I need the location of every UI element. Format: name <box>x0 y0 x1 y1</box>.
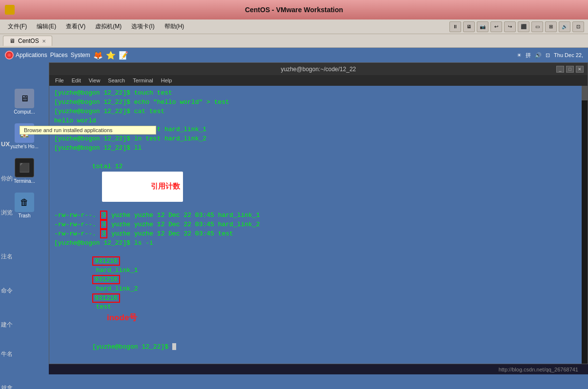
terminal-title: yuzhe@bogon:~/code/12_22 <box>281 66 356 73</box>
term-line-3: [yuzhe@bogon 12_22]$ cat test <box>54 107 583 117</box>
credit-text: http://blog.csdn.net/qq_26768741 <box>499 367 578 372</box>
app-tooltip: Browse and run installed applications <box>20 126 156 135</box>
terminal-menu-bar: File Edit View Search Terminal Help <box>49 75 588 86</box>
terminal-vm-window: yuzhe@bogon:~/code/12_22 _ □ ✕ File Edit… <box>49 62 588 364</box>
inode-annotation: inode号 <box>107 313 137 322</box>
menu-tab[interactable]: 选项卡(I) <box>127 21 158 32</box>
terminal-maximize[interactable]: □ <box>566 66 574 73</box>
term-menu-file[interactable]: File <box>52 77 67 84</box>
term-line-hard1: -rw-rw-r--. 3 yuzhe yuzhe 12 Dec 22 03:4… <box>54 211 583 220</box>
title-text: CentOS - VMware Workstation <box>245 6 343 14</box>
term-line-1: [yuzhe@bogon 12_22]$ touch test <box>54 89 583 98</box>
tab-close-btn[interactable]: ✕ <box>42 39 46 44</box>
total-text: total 12 <box>92 163 122 170</box>
text-editor-icon[interactable]: 📝 <box>119 51 128 60</box>
scrollbar-thumb[interactable] <box>582 86 588 100</box>
term-menu-terminal[interactable]: Terminal <box>130 77 156 84</box>
inode-3-box: 931216 <box>92 293 120 303</box>
menu-edit[interactable]: 编辑(E) <box>33 21 60 32</box>
trash-icon: 🗑 <box>15 193 34 212</box>
inode-label-3: test <box>92 303 119 311</box>
term-line-6: [yuzhe@bogon 12_22]$ ln test hard_link_2 <box>54 135 583 144</box>
refcount-2: 3 <box>100 220 108 229</box>
cursor <box>172 343 176 350</box>
terminal-label: Termina... <box>14 178 35 184</box>
term-line-4: hello world <box>54 117 583 126</box>
desktop-sidebar: UX 你的 浏览 注名 命令 建个 牛名 就拿 🖥 Comput... 🏠 yu… <box>0 62 49 374</box>
vm-main-content: yuzhe@bogon:~/code/12_22 _ □ ✕ File Edit… <box>49 62 588 374</box>
snapshot-btn[interactable]: 📷 <box>477 21 488 32</box>
applications-menu[interactable]: Applications <box>5 51 47 59</box>
term-line-test: -rw-rw-r--. 3 yuzhe yuzhe 12 Dec 22 03:4… <box>54 230 583 239</box>
side-label-ux: UX <box>1 140 10 148</box>
menu-vm[interactable]: 虚拟机(M) <box>91 21 125 32</box>
desktop-area: Applications Places System 🦊 ⭐ 📝 ☀ 拼 🔊 ⊡… <box>0 48 588 374</box>
gnome-top-bar: Applications Places System 🦊 ⭐ 📝 ☀ 拼 🔊 ⊡… <box>0 48 588 62</box>
refcount-3: 3 <box>100 229 108 238</box>
term-menu-search[interactable]: Search <box>105 77 128 84</box>
menu-view[interactable]: 查看(V) <box>62 21 89 32</box>
side-label-browse: 浏览 <box>1 209 13 217</box>
tab-label: CentOS <box>18 38 39 44</box>
input-method: 拼 <box>526 52 531 59</box>
system-menu[interactable]: System <box>71 52 90 58</box>
volume-icon: 🔊 <box>535 52 542 58</box>
btn2[interactable]: ↩ <box>490 21 502 32</box>
btn8[interactable]: ⊡ <box>572 21 584 32</box>
term-menu-help[interactable]: Help <box>158 77 175 84</box>
inode-label-1: hard_link_1 <box>92 267 145 274</box>
term-line-7: [yuzhe@bogon 12_22]$ ll <box>54 144 583 153</box>
gnome-apps-icon <box>5 51 14 59</box>
term-last-line: [yuzhe@bogon 12_22]$ <box>54 333 583 361</box>
menu-file[interactable]: 文件(F) <box>4 21 31 32</box>
applications-label: Applications <box>16 52 47 58</box>
bottom-bar: http://blog.csdn.net/qq_26768741 <box>49 364 588 374</box>
term-menu-edit[interactable]: Edit <box>69 77 84 84</box>
refcount-1: 3 <box>100 211 108 220</box>
inode-1-box: 931216 <box>92 256 120 266</box>
side-label-cmd: 命令 <box>1 287 13 295</box>
vmware-icon <box>5 5 15 15</box>
computer-label: Comput... <box>14 109 35 115</box>
term-menu-view[interactable]: View <box>86 77 103 84</box>
home-label: yuzhe's Ho... <box>10 144 39 149</box>
last-prompt: [yuzhe@bogon 12_22]$ <box>92 343 172 350</box>
btn3[interactable]: ↪ <box>504 21 516 32</box>
tooltip-text: Browse and run installed applications <box>24 127 113 133</box>
sidebar-icon-trash[interactable]: 🗑 Trash <box>13 191 36 220</box>
terminal-title-bar: yuzhe@bogon:~/code/12_22 _ □ ✕ <box>49 63 588 75</box>
terminal-close[interactable]: ✕ <box>576 66 584 73</box>
terminal-icon: ⬛ <box>15 158 34 177</box>
side-label-jian: 建个 <box>1 321 13 329</box>
side-label-jiu: 就拿 <box>1 384 13 389</box>
terminal-minimize[interactable]: _ <box>556 66 564 73</box>
btn5[interactable]: ▭ <box>531 21 543 32</box>
btn6[interactable]: ⊞ <box>545 21 557 32</box>
title-bar: CentOS - VMware Workstation <box>0 0 588 19</box>
menu-help[interactable]: 帮助(H) <box>161 21 188 32</box>
centos-tab[interactable]: 🖥 CentOS ✕ <box>3 36 52 46</box>
monitor-icon2: ⊡ <box>546 52 550 58</box>
term-line-8: total 12 引用计数 <box>54 153 583 211</box>
tab-bar: 🖥 CentOS ✕ <box>0 34 588 48</box>
term-line-2: [yuzhe@bogon 12_22]$ echo "hello world" … <box>54 98 583 107</box>
scrollbar[interactable] <box>582 86 588 364</box>
trash-label: Trash <box>18 213 30 218</box>
datetime-display: Thu Dec 22, <box>554 52 583 58</box>
side-label-zhu: 注名 <box>1 253 13 261</box>
term-line-lsi: [yuzhe@bogon 12_22]$ ls -i <box>54 239 583 248</box>
terminal-controls: _ □ ✕ <box>556 66 584 73</box>
weather-icon: ☀ <box>517 52 522 58</box>
btn7[interactable]: 🔊 <box>559 21 570 32</box>
firefox-icon[interactable]: 🦊 <box>93 51 103 60</box>
sidebar-icon-terminal[interactable]: ⬛ Termina... <box>12 156 37 186</box>
sidebar-icon-computer[interactable]: 🖥 Comput... <box>12 87 37 117</box>
monitor-btn[interactable]: 🖥 <box>463 21 475 32</box>
btn4[interactable]: ⬛ <box>518 21 529 32</box>
computer-icon: 🖥 <box>15 89 34 108</box>
bookmark-icon[interactable]: ⭐ <box>106 51 116 60</box>
places-menu[interactable]: Places <box>50 52 68 58</box>
pause-btn[interactable]: ⏸ <box>449 21 461 32</box>
side-label-niu: 牛名 <box>1 350 13 358</box>
toolbar: ⏸ 🖥 📷 ↩ ↪ ⬛ ▭ ⊞ 🔊 ⊡ <box>449 21 584 32</box>
